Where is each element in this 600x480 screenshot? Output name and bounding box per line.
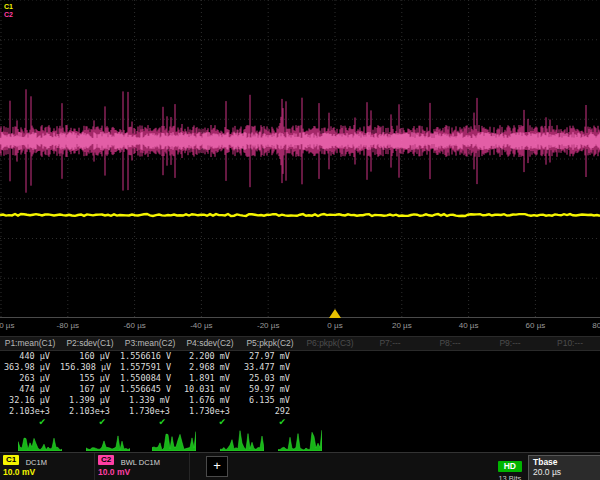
measure-value: 167 µV <box>60 384 120 395</box>
measure-value: 160 µV <box>60 351 120 362</box>
c2-badge: C2 <box>98 455 114 465</box>
measure-value: 363.98 µV <box>0 362 60 373</box>
measure-header-p1[interactable]: P1:mean(C1) <box>0 337 60 350</box>
measure-value <box>360 384 420 395</box>
measure-header-p5[interactable]: P5:pkpk(C2) <box>240 337 300 350</box>
measure-table: P1:mean(C1)P2:sdev(C1)P3:mean(C2)P4:sdev… <box>0 336 600 428</box>
channel-c1-descriptor[interactable]: C1 DC1M 10.0 mV <box>0 453 95 480</box>
measure-value <box>540 384 600 395</box>
measure-row-1: 440 µV160 µV1.556616 V2.200 mV27.97 mV <box>0 351 600 362</box>
measure-value: 1.557591 V <box>120 362 180 373</box>
measure-value <box>480 351 540 362</box>
waveform-display[interactable] <box>0 0 600 318</box>
measure-value <box>300 406 360 417</box>
measure-value: 1.730e+3 <box>120 406 180 417</box>
time-axis-label: -100 µs <box>0 321 14 330</box>
trace-annotation-c1: C1 <box>4 3 13 11</box>
measure-row-5: 32.16 µV1.399 µV1.339 mV1.676 mV6.135 mV <box>0 395 600 406</box>
measure-row-6: 2.103e+32.103e+31.730e+31.730e+3292 <box>0 406 600 417</box>
measure-value: 33.477 mV <box>240 362 300 373</box>
time-axis-label: 20 µs <box>392 321 412 330</box>
measure-row-3: 263 µV155 µV1.550084 V1.891 mV25.03 mV <box>0 373 600 384</box>
measure-value <box>480 395 540 406</box>
c1-badge: C1 <box>3 455 19 465</box>
tbase-label: Tbase <box>533 457 600 467</box>
measure-value: 263 µV <box>0 373 60 384</box>
measure-header-p2[interactable]: P2:sdev(C1) <box>60 337 120 350</box>
measure-value <box>540 406 600 417</box>
measure-row-4: 474 µV167 µV1.556645 V10.031 mV59.97 mV <box>0 384 600 395</box>
bottom-bar: C1 DC1M 10.0 mV C2 BWL DC1M 10.0 mV + HD… <box>0 452 600 480</box>
measure-value: 27.97 mV <box>240 351 300 362</box>
measure-value <box>420 406 480 417</box>
measure-value <box>480 362 540 373</box>
measure-header-p9[interactable]: P9:--- <box>480 337 540 350</box>
measure-value: 1.891 mV <box>180 373 240 384</box>
histicon-p1[interactable] <box>18 427 62 455</box>
trigger-time-marker[interactable] <box>329 309 341 318</box>
time-axis-label: -20 µs <box>257 321 279 330</box>
measure-value: 2.103e+3 <box>60 406 120 417</box>
time-axis-label: 80 µs <box>592 321 600 330</box>
measure-value <box>360 406 420 417</box>
c1-coupling: DC1M <box>26 458 47 467</box>
oscilloscope-screen: C1C2 -100 µs-80 µs-60 µs-40 µs-20 µs0 µs… <box>0 0 600 480</box>
timebase-descriptor[interactable]: Tbase 20.0 µs <box>528 455 600 480</box>
histicon-p4[interactable] <box>220 427 264 455</box>
measure-value: 6.135 mV <box>240 395 300 406</box>
measure-value: 1.676 mV <box>180 395 240 406</box>
measure-header-p8[interactable]: P8:--- <box>420 337 480 350</box>
measure-header-row: P1:mean(C1)P2:sdev(C1)P3:mean(C2)P4:sdev… <box>0 336 600 351</box>
measure-value <box>420 351 480 362</box>
measure-value: 474 µV <box>0 384 60 395</box>
time-axis-label: -80 µs <box>57 321 79 330</box>
measure-header-p7[interactable]: P7:--- <box>360 337 420 350</box>
measure-value: 10.031 mV <box>180 384 240 395</box>
measure-value: 1.556645 V <box>120 384 180 395</box>
measure-value: 2.200 mV <box>180 351 240 362</box>
add-trace-button[interactable]: + <box>206 456 228 477</box>
measure-value: 155 µV <box>60 373 120 384</box>
channel-c2-descriptor[interactable]: C2 BWL DC1M 10.0 mV <box>95 453 190 480</box>
histicon-p5[interactable] <box>278 427 322 455</box>
measure-value <box>360 351 420 362</box>
time-axis-label: 40 µs <box>459 321 479 330</box>
measure-value: 292 <box>240 406 300 417</box>
measure-value <box>420 373 480 384</box>
measure-value <box>300 373 360 384</box>
measure-value <box>540 351 600 362</box>
measure-value: 2.103e+3 <box>0 406 60 417</box>
measure-value <box>540 362 600 373</box>
histicon-p2[interactable] <box>86 427 130 455</box>
measure-value <box>300 351 360 362</box>
measure-header-p6[interactable]: P6:pkpk(C3) <box>300 337 360 350</box>
measure-value: 440 µV <box>0 351 60 362</box>
tbase-value: 20.0 µs <box>533 467 600 477</box>
time-axis-label: -40 µs <box>190 321 212 330</box>
measure-header-p4[interactable]: P4:sdev(C2) <box>180 337 240 350</box>
c1-vertical-scale: 10.0 mV <box>3 467 91 477</box>
measure-value <box>300 384 360 395</box>
hd-badge[interactable]: HD <box>498 461 522 472</box>
measure-value <box>420 362 480 373</box>
measure-value <box>540 373 600 384</box>
time-axis-label: 60 µs <box>526 321 546 330</box>
measure-value: 32.16 µV <box>0 395 60 406</box>
trace-annotations: C1C2 <box>4 3 13 19</box>
measure-value <box>360 362 420 373</box>
measure-value: 156.308 µV <box>60 362 120 373</box>
trace-annotation-c2: C2 <box>4 11 13 19</box>
histicon-p3[interactable] <box>152 427 196 455</box>
time-axis-label: -60 µs <box>123 321 145 330</box>
measure-value: 25.03 mV <box>240 373 300 384</box>
measure-header-p10[interactable]: P10:--- <box>540 337 600 350</box>
measure-value <box>360 395 420 406</box>
resolution-bits: 13 Bits <box>498 474 522 480</box>
measure-header-p3[interactable]: P3:mean(C2) <box>120 337 180 350</box>
measure-value <box>360 373 420 384</box>
measure-value <box>480 373 540 384</box>
measure-value <box>480 406 540 417</box>
measure-value: 1.730e+3 <box>180 406 240 417</box>
measure-histicons <box>0 426 600 452</box>
c2-coupling: BWL DC1M <box>121 458 160 467</box>
